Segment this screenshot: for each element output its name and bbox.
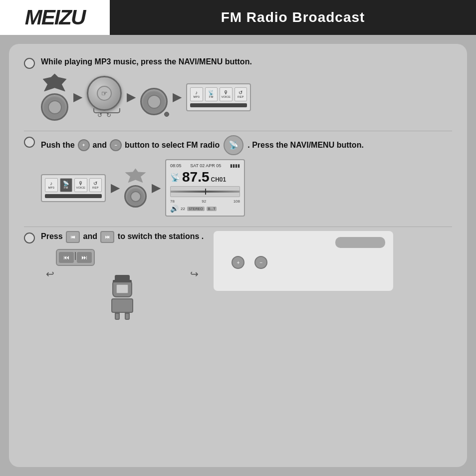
burst-2	[125, 168, 147, 184]
next-button[interactable]: ⏭	[77, 252, 92, 263]
section-3-left: Press ⏮ and ⏭ to switch the stations . ⏮	[41, 231, 204, 320]
logo-area: MEIZU	[0, 0, 110, 35]
section-1-diagram: ▶ ☞ ↺ ↻ ▶	[41, 73, 452, 121]
device-button-inner-3	[130, 191, 141, 202]
main-content: While playing MP3 music, press the NAVI/…	[9, 44, 467, 467]
arrow-2: ▶	[127, 91, 135, 104]
fm-status-bar: 🔊 22 STEREO B...T	[170, 205, 240, 213]
arrow-4: ▶	[111, 182, 119, 195]
menu-icon-rep-2: ↺ REP	[89, 178, 102, 192]
panel-minus-icon: −	[254, 256, 267, 269]
section-3: Press ⏮ and ⏭ to switch the stations . ⏮	[24, 231, 452, 320]
section-2: Push the + and − button to select FM rad…	[24, 135, 452, 217]
section-1-content: While playing MP3 music, press the NAVI/…	[41, 56, 452, 121]
arrow-1: ▶	[73, 91, 82, 104]
section-3-text-press: Press	[41, 233, 65, 241]
fm-time: 08:05	[170, 163, 182, 168]
section-1: While playing MP3 music, press the NAVI/…	[24, 56, 452, 121]
panel-plus-icon: +	[232, 256, 244, 269]
section-3-text-and: and	[83, 233, 100, 241]
section-2-text: Push the + and − button to select FM rad…	[41, 135, 452, 155]
fm-signal-icon: 📡	[170, 173, 180, 182]
panel-gray-bar	[335, 237, 385, 248]
fm-frequency-labels: 78 92 108	[170, 199, 240, 204]
section-2-content: Push the + and − button to select FM rad…	[41, 135, 452, 217]
mascot-body	[111, 298, 133, 313]
scroll-wheel: ☞	[87, 76, 122, 111]
menu-screen-1: ♪ MP3 📡 FM 🎙 VOICE ↺ R	[186, 83, 251, 111]
fm-date: SAT 02 APR 05	[190, 163, 221, 168]
device-button-1	[41, 93, 68, 121]
section-3-layout: Press ⏮ and ⏭ to switch the stations . ⏮	[41, 231, 452, 320]
section-2-text-btn: button to select FM radio	[125, 137, 220, 153]
fm-tuner-bar	[170, 186, 240, 197]
minus-icon: −	[110, 139, 122, 151]
fm-volume: 22	[181, 207, 185, 211]
mascot-head	[112, 280, 132, 297]
curved-arrow-right: ↪	[190, 268, 199, 280]
robot-mascot	[105, 280, 140, 320]
menu-icon-fm: 📡 FM	[205, 87, 218, 101]
prev-button[interactable]: ⏮	[59, 252, 74, 263]
menu-icon-voice: 🎙 VOICE	[220, 87, 233, 101]
mascot-leg-left	[115, 313, 120, 320]
section-2-text-press: . Press the NAVI/MENU button.	[247, 137, 364, 153]
fm-freq-mid: 92	[202, 199, 206, 204]
section-1-text: While playing MP3 music, press the NAVI/…	[41, 56, 452, 67]
section-2-text-and: and	[93, 137, 107, 153]
page-title: FM Radio Broadcast	[221, 9, 365, 25]
mascot-leg-right	[125, 313, 130, 320]
fm-freq-min: 78	[170, 199, 175, 204]
section-3-text: Press ⏮ and ⏭ to switch the stations .	[41, 231, 204, 243]
fm-bt-tag: B...T	[207, 207, 217, 211]
meizu-logo: MEIZU	[25, 5, 85, 29]
screen-bar-2	[45, 194, 102, 198]
mascot-screen	[116, 284, 128, 293]
fm-radio-icon: 📡	[224, 135, 243, 155]
section-2-bullet	[24, 137, 35, 148]
menu-icon-rep: ↺ REP	[235, 87, 247, 101]
arrow-3: ▶	[173, 91, 181, 104]
header-title-area: FM Radio Broadcast	[110, 0, 476, 35]
divider-1	[24, 131, 452, 131]
panel-nav-icons: + −	[222, 252, 277, 273]
button-divider	[75, 252, 76, 260]
mascot-hat	[115, 275, 130, 281]
curved-arrow-left: ↩	[46, 268, 54, 280]
fm-stereo-tag: STEREO	[187, 207, 205, 211]
menu-icon-fm-2: 📡 FM	[60, 178, 73, 192]
section-3-text-switch: to switch the stations .	[118, 233, 204, 241]
device-button-inner-2	[147, 95, 161, 109]
fm-screen-display: 08:05 SAT 02 APR 05 ▮▮▮▮ 📡 87.5 CH01	[165, 159, 245, 217]
menu-icon-voice-2: 🎙 VOICE	[74, 178, 87, 192]
menu-icon-mp3: ♪ MP3	[190, 87, 203, 101]
section-3-panel: + −	[214, 231, 393, 291]
section-2-text-push: Push the	[41, 137, 75, 153]
divider-2	[24, 227, 452, 227]
fm-channel: CH01	[211, 177, 227, 183]
fm-battery: ▮▮▮▮	[230, 163, 240, 168]
screen-bar-1	[190, 103, 247, 107]
header: MEIZU FM Radio Broadcast	[0, 0, 476, 35]
fm-speaker-icon: 🔊	[170, 205, 179, 213]
device-button-inner-1	[48, 100, 62, 114]
section-1-bullet	[24, 58, 35, 69]
menu-screen-2: ♪ MP3 📡 FM 🎙 VOICE ↺ R	[41, 174, 106, 202]
next-button-inline: ⏭	[100, 231, 114, 243]
fm-frequency: 87.5 CH01	[182, 170, 226, 184]
burst-1	[43, 73, 67, 91]
fm-freq-max: 108	[234, 199, 240, 204]
plus-icon: +	[78, 139, 90, 151]
section-2-steps: ♪ MP3 📡 FM 🎙 VOICE ↺ R	[41, 159, 452, 217]
fm-bar-indicator	[205, 189, 206, 195]
prev-next-button-group[interactable]: ⏮ ⏭	[56, 249, 95, 266]
device-button-2	[140, 88, 168, 115]
section-3-bullet	[24, 233, 35, 243]
menu-icon-mp3-2: ♪ MP3	[45, 178, 58, 192]
prev-button-inline: ⏮	[66, 231, 80, 243]
mascot-legs	[115, 313, 130, 320]
arrow-5: ▶	[152, 182, 160, 195]
section-3-content: Press ⏮ and ⏭ to switch the stations . ⏮	[41, 231, 452, 320]
device-button-3	[124, 185, 147, 208]
